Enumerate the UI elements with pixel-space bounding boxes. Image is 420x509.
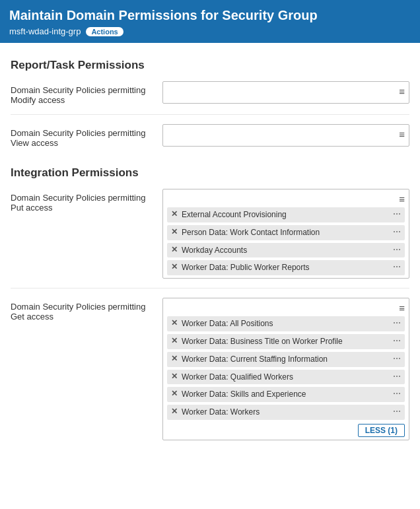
tag-remove-btn[interactable]: ✕ [171,354,178,363]
tag-more-btn[interactable]: ⋯ [393,209,401,219]
get-access-input[interactable]: ≡ ✕ Worker Data: All Positions ⋯ ✕ Worke… [162,298,409,440]
list-icon-view[interactable]: ≡ [399,129,405,140]
tag-more-btn[interactable]: ⋯ [393,227,401,236]
security-group-name: msft-wdad-intg-grp [9,26,81,36]
put-access-label: Domain Security Policies permitting Put … [11,189,162,213]
tag-text: Worker Data: Workers [182,407,390,418]
list-icon-put[interactable]: ≡ [399,193,405,205]
tag-remove-btn[interactable]: ✕ [171,262,178,271]
report-task-section: Report/Task Permissions Domain Security … [11,59,409,157]
tag-remove-btn[interactable]: ✕ [171,209,178,219]
tag-item: ✕ Worker Data: Workers ⋯ [167,405,405,420]
list-icon-modify[interactable]: ≡ [399,86,405,97]
page-title: Maintain Domain Permissions for Security… [9,7,411,24]
tag-more-btn[interactable]: ⋯ [393,245,401,254]
tag-item: ✕ Person Data: Work Contact Information … [167,225,405,240]
tag-remove-btn[interactable]: ✕ [171,407,178,416]
tag-text: Worker Data: Skills and Experience [182,389,390,400]
tag-item: ✕ Worker Data: Public Worker Reports ⋯ [167,260,405,275]
tag-remove-btn[interactable]: ✕ [171,336,178,345]
tag-more-btn[interactable]: ⋯ [393,389,401,398]
tag-text: Worker Data: All Positions [182,318,390,329]
tag-item: ✕ Worker Data: Skills and Experience ⋯ [167,387,405,402]
main-content: Report/Task Permissions Domain Security … [0,43,420,468]
report-task-title: Report/Task Permissions [11,59,409,72]
tag-remove-btn[interactable]: ✕ [171,227,178,236]
tag-item: ✕ External Account Provisioning ⋯ [167,207,405,222]
tag-item: ✕ Worker Data: Qualified Workers ⋯ [167,370,405,385]
actions-button[interactable]: Actions [86,27,123,36]
modify-access-input[interactable]: ≡ [162,81,409,104]
tag-item: ✕ Worker Data: Business Title on Worker … [167,334,405,349]
modify-access-row: Domain Security Policies permitting Modi… [11,81,409,115]
tag-text: Worker Data: Business Title on Worker Pr… [182,336,390,347]
integration-section: Integration Permissions Domain Security … [11,166,409,450]
tag-more-btn[interactable]: ⋯ [393,336,401,345]
page-header: Maintain Domain Permissions for Security… [0,0,420,43]
list-icon-get[interactable]: ≡ [399,302,405,314]
tag-text: Person Data: Work Contact Information [182,227,390,238]
view-access-label: Domain Security Policies permitting View… [11,124,162,148]
tag-text: Worker Data: Qualified Workers [182,372,390,383]
put-access-row: Domain Security Policies permitting Put … [11,189,409,288]
view-access-input[interactable]: ≡ [162,124,409,147]
tag-text: External Account Provisioning [182,209,390,221]
modify-access-label: Domain Security Policies permitting Modi… [11,81,162,105]
tag-more-btn[interactable]: ⋯ [393,354,401,363]
tag-item: ✕ Worker Data: All Positions ⋯ [167,316,405,331]
tag-more-btn[interactable]: ⋯ [393,372,401,381]
get-access-row: Domain Security Policies permitting Get … [11,298,409,450]
tag-text: Worker Data: Public Worker Reports [182,262,390,273]
get-access-label: Domain Security Policies permitting Get … [11,298,162,322]
tag-remove-btn[interactable]: ✕ [171,245,178,254]
tag-more-btn[interactable]: ⋯ [393,318,401,327]
less-button[interactable]: LESS (1) [358,424,405,437]
view-access-row: Domain Security Policies permitting View… [11,124,409,157]
tag-text: Worker Data: Current Staffing Informatio… [182,354,390,365]
tag-remove-btn[interactable]: ✕ [171,318,178,327]
tag-remove-btn[interactable]: ✕ [171,372,178,381]
tag-remove-btn[interactable]: ✕ [171,389,178,398]
tag-more-btn[interactable]: ⋯ [393,407,401,416]
integration-title: Integration Permissions [11,166,409,180]
tag-text: Workday Accounts [182,245,390,256]
tag-item: ✕ Workday Accounts ⋯ [167,243,405,258]
tag-more-btn[interactable]: ⋯ [393,262,401,271]
tag-item: ✕ Worker Data: Current Staffing Informat… [167,352,405,367]
put-access-input[interactable]: ≡ ✕ External Account Provisioning ⋯ ✕ Pe… [162,189,409,279]
